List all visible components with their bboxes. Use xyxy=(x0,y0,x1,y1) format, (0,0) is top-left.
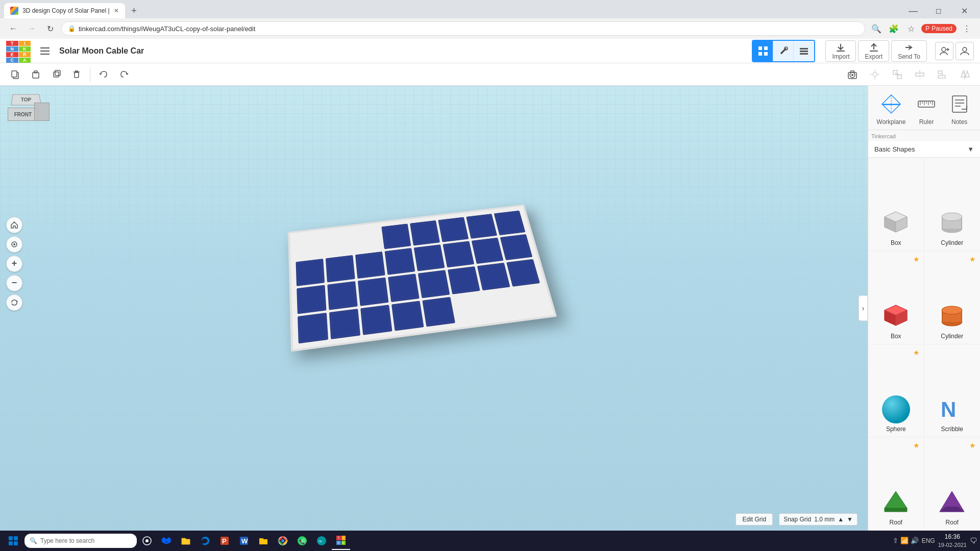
paste-button[interactable] xyxy=(27,65,45,84)
import-label: Import xyxy=(832,53,849,60)
snap-grid-up[interactable]: ▲ xyxy=(838,516,844,523)
new-tab-button[interactable]: + xyxy=(127,4,141,18)
tab-close-button[interactable]: ✕ xyxy=(114,7,119,14)
forward-button[interactable]: → xyxy=(24,21,39,36)
align-button[interactable] xyxy=(933,65,951,84)
zoom-in-button[interactable]: + xyxy=(6,256,22,272)
explorer-icon[interactable] xyxy=(177,532,195,550)
volume-icon[interactable]: 🔊 xyxy=(911,537,919,544)
file-manager-icon[interactable] xyxy=(254,532,273,550)
notes-tool[interactable]: Notes xyxy=(947,92,972,126)
solar-cell-empty xyxy=(483,289,518,318)
workplane-tool[interactable]: Workplane xyxy=(876,92,905,126)
tinkercad-taskbar-icon[interactable]: T I N K xyxy=(332,532,350,550)
rotate-button[interactable] xyxy=(6,294,22,311)
shape-item-scribble[interactable]: N Scribble xyxy=(924,344,981,438)
up-arrow-icon[interactable]: ⇧ xyxy=(893,537,898,544)
flip-button[interactable] xyxy=(911,65,929,84)
tinkercad-logo[interactable]: T I N K E R C A xyxy=(6,41,31,61)
view-cube[interactable]: TOP FRONT xyxy=(8,93,48,134)
mirror-button[interactable] xyxy=(955,65,974,84)
send-to-button[interactable]: Send To xyxy=(891,40,927,62)
arduino-icon[interactable]: ∞ xyxy=(312,532,331,550)
snap-grid-control[interactable]: Snap Grid 1.0 mm ▲ ▼ xyxy=(779,513,857,525)
solar-panel[interactable] xyxy=(290,207,543,339)
maximize-button[interactable]: ◻ xyxy=(927,3,950,18)
start-button[interactable] xyxy=(3,531,23,550)
duplicate-button[interactable] xyxy=(47,65,65,84)
network-icon[interactable]: 📶 xyxy=(900,537,909,544)
profile-button[interactable]: P Paused xyxy=(921,24,957,33)
powerpoint-icon[interactable]: P xyxy=(215,532,234,550)
snap-grid-down[interactable]: ▼ xyxy=(847,516,853,523)
edit-grid-button[interactable]: Edit Grid xyxy=(736,513,773,525)
fit-view-button[interactable] xyxy=(6,236,22,253)
svg-rect-87 xyxy=(14,536,18,540)
home-view-button[interactable] xyxy=(6,217,22,233)
svg-rect-23 xyxy=(75,72,79,78)
add-user-button[interactable] xyxy=(935,42,953,60)
refresh-button[interactable]: ↻ xyxy=(43,21,57,36)
shape-item-sphere[interactable]: ★ Sphere xyxy=(868,344,924,438)
canvas-area[interactable]: TOP FRONT + − xyxy=(0,86,868,531)
task-view-button[interactable] xyxy=(138,532,156,550)
ruler-tool[interactable]: Ruler xyxy=(914,92,939,126)
svg-rect-6 xyxy=(764,52,768,56)
shape-item-pyramid-purple[interactable]: ★ Roof xyxy=(924,437,981,531)
notification-button[interactable]: 🗨 xyxy=(970,537,977,545)
back-button[interactable]: ← xyxy=(6,21,20,36)
system-tray: ⇧ 📶 🔊 xyxy=(893,537,919,544)
chrome-icon[interactable] xyxy=(274,532,292,550)
camera-button[interactable] xyxy=(843,65,862,84)
taskbar-search[interactable]: 🔍 Type here to search xyxy=(24,534,137,548)
shape-item-cylinder-gray[interactable]: Cylinder xyxy=(924,158,981,251)
user-profile-button[interactable] xyxy=(955,42,974,60)
solar-cell xyxy=(448,266,480,294)
taskbar-right: ⇧ 📶 🔊 ENG 16:36 19-02-2021 🗨 xyxy=(893,533,977,548)
minimize-button[interactable]: — xyxy=(901,3,925,18)
panel-collapse-button[interactable]: › xyxy=(859,295,868,321)
address-bar[interactable]: 🔒 tinkercad.com/things/iWeugAT3uCL-copy-… xyxy=(61,21,865,36)
dropbox-icon[interactable] xyxy=(157,532,176,550)
logo-cell-a: A xyxy=(19,58,31,63)
wrench-view-button[interactable] xyxy=(773,41,794,61)
shape-item-box-gray[interactable]: Box xyxy=(868,158,924,251)
shape-item-cylinder-orange[interactable]: ★ Cylinder xyxy=(924,251,981,344)
shapes-dropdown[interactable]: Basic Shapes ▼ xyxy=(868,141,980,158)
shape-item-roof-green[interactable]: ★ Roof xyxy=(868,437,924,531)
grid-view-button[interactable] xyxy=(753,41,773,61)
app-header: T I N K E R C A Solar Moon Cable Car xyxy=(0,39,980,63)
star-badge: ★ xyxy=(913,348,920,357)
zoom-out-button[interactable]: − xyxy=(6,275,22,291)
layers-view-button[interactable] xyxy=(794,41,814,61)
clock-display[interactable]: 16:36 19-02-2021 xyxy=(938,533,967,548)
logo-cell-t: T xyxy=(6,41,18,46)
svg-point-97 xyxy=(281,539,284,542)
undo-button[interactable] xyxy=(94,65,113,84)
transform-button[interactable] xyxy=(888,65,906,84)
shape-label: Scribble xyxy=(941,425,963,433)
svg-rect-22 xyxy=(55,70,60,76)
extensions-button[interactable]: 🧩 xyxy=(887,21,901,36)
active-tab[interactable]: 3D design Copy of Solar Panel | ✕ xyxy=(4,3,125,18)
solar-cell xyxy=(466,214,497,239)
export-button[interactable]: Export xyxy=(858,40,889,62)
shape-item-box-red[interactable]: ★ Box xyxy=(868,251,924,344)
shapes-dropdown-arrow: ▼ xyxy=(967,145,974,153)
light-button[interactable] xyxy=(866,65,884,84)
delete-button[interactable] xyxy=(67,65,86,84)
svg-rect-86 xyxy=(9,536,13,540)
more-button[interactable]: ⋮ xyxy=(960,21,974,36)
word-icon[interactable]: W xyxy=(235,532,253,550)
copy-button[interactable] xyxy=(6,65,24,84)
close-button[interactable]: ✕ xyxy=(952,3,976,18)
svg-point-44 xyxy=(13,243,15,245)
search-browser-button[interactable]: 🔍 xyxy=(869,21,884,36)
menu-button[interactable] xyxy=(37,43,53,59)
whatsapp-icon[interactable]: 📞 xyxy=(293,532,311,550)
bookmark-button[interactable]: ☆ xyxy=(904,21,918,36)
import-button[interactable]: Import xyxy=(825,40,856,62)
browser-actions: 🔍 🧩 ☆ P Paused ⋮ xyxy=(869,21,974,36)
redo-button[interactable] xyxy=(115,65,133,84)
edge-icon[interactable] xyxy=(196,532,214,550)
